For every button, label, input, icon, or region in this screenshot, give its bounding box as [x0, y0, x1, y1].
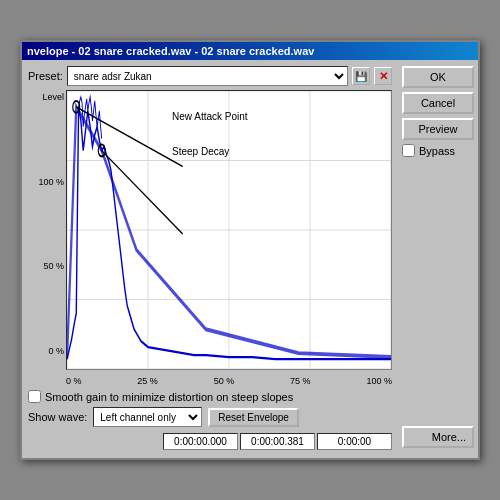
y-label-100: 100 %	[38, 177, 64, 187]
smooth-checkbox[interactable]	[28, 390, 41, 403]
x-label-75: 75 %	[290, 376, 311, 386]
time-bar: 0:00:00.000 0:00:00.381 0:00:00	[28, 431, 392, 450]
show-wave-row: Show wave: Left channel only Right chann…	[28, 407, 392, 427]
x-axis: 0 % 25 % 50 % 75 % 100 %	[66, 376, 392, 386]
close-icon: ✕	[379, 70, 388, 83]
main-content: Preset: snare adsr Zukan 💾 ✕ Level	[22, 60, 478, 454]
right-panel: OK Cancel Preview Bypass More...	[398, 60, 478, 454]
smooth-option-row: Smooth gain to minimize distortion on st…	[28, 390, 392, 403]
preview-button[interactable]: Preview	[402, 118, 474, 140]
x-label-25: 25 %	[137, 376, 158, 386]
save-preset-button[interactable]: 💾	[352, 67, 370, 85]
bypass-checkbox[interactable]	[402, 144, 415, 157]
y-label-50: 50 %	[43, 261, 64, 271]
bypass-row: Bypass	[402, 144, 474, 157]
smooth-label: Smooth gain to minimize distortion on st…	[45, 391, 293, 403]
reset-envelope-button[interactable]: Reset Envelope	[208, 408, 299, 427]
x-label-0: 0 %	[66, 376, 82, 386]
save-icon: 💾	[355, 71, 367, 82]
show-wave-label: Show wave:	[28, 411, 87, 423]
title-bar: nvelope - 02 snare cracked.wav - 02 snar…	[22, 42, 478, 60]
time-start[interactable]: 0:00:00.000	[163, 433, 238, 450]
graph-container[interactable]: New Attack Point Steep Decay	[66, 90, 392, 370]
x-label-100: 100 %	[366, 376, 392, 386]
preset-row: Preset: snare adsr Zukan 💾 ✕	[28, 66, 392, 86]
envelope-graph[interactable]	[67, 91, 391, 369]
y-label-0: 0 %	[48, 346, 64, 356]
delete-preset-button[interactable]: ✕	[374, 67, 392, 85]
main-window: nvelope - 02 snare cracked.wav - 02 snar…	[20, 40, 480, 460]
y-title: Level	[42, 92, 64, 102]
window-title: nvelope - 02 snare cracked.wav - 02 snar…	[27, 45, 314, 57]
cancel-button[interactable]: Cancel	[402, 92, 474, 114]
show-wave-select[interactable]: Left channel only Right channel only Bot…	[93, 407, 202, 427]
x-label-50: 50 %	[214, 376, 235, 386]
preset-select[interactable]: snare adsr Zukan	[67, 66, 348, 86]
graph-area: Level 100 % 50 % 0 %	[28, 90, 392, 370]
more-button[interactable]: More...	[402, 426, 474, 448]
time-extra[interactable]: 0:00:00	[317, 433, 392, 450]
time-end[interactable]: 0:00:00.381	[240, 433, 315, 450]
bypass-label: Bypass	[419, 145, 455, 157]
y-axis: Level 100 % 50 % 0 %	[28, 90, 64, 370]
preset-label: Preset:	[28, 70, 63, 82]
ok-button[interactable]: OK	[402, 66, 474, 88]
left-panel: Preset: snare adsr Zukan 💾 ✕ Level	[22, 60, 398, 454]
